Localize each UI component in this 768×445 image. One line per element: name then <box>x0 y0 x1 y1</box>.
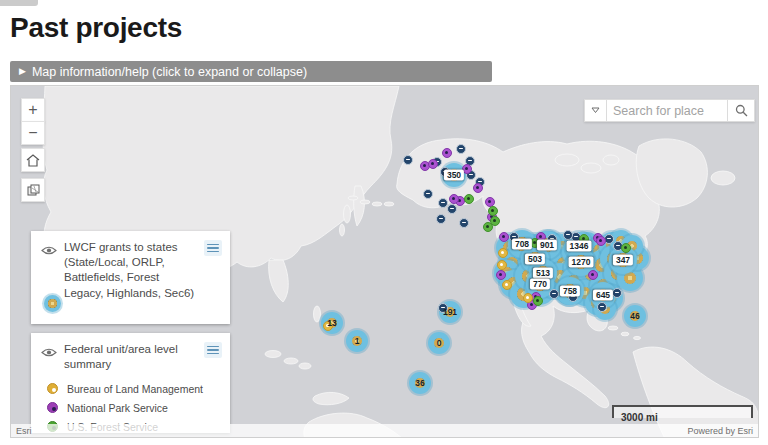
purple-site-marker[interactable] <box>596 236 606 246</box>
layer-menu-icon[interactable] <box>204 342 222 358</box>
layer-visibility-eye-icon[interactable] <box>41 242 58 260</box>
cluster-count-label[interactable]: 347 <box>613 255 633 266</box>
search-button[interactable] <box>728 99 755 122</box>
layer-visibility-eye-icon[interactable] <box>41 344 58 362</box>
search-source-dropdown[interactable] <box>584 99 607 122</box>
cluster-count-label[interactable]: 645 <box>593 290 613 301</box>
home-button[interactable] <box>21 148 45 172</box>
cluster-count-label[interactable]: 1 <box>355 336 360 346</box>
cluster-count-label[interactable]: 36 <box>415 378 424 388</box>
navy-site-marker[interactable] <box>436 214 446 224</box>
scale-bar: 3000 mi <box>612 405 753 418</box>
legend-card-grants: LWCF grants to states (State/Local, ORLP… <box>31 231 230 324</box>
green-site-marker[interactable] <box>533 296 543 306</box>
gold-agency-icon <box>47 383 58 394</box>
green-site-marker[interactable] <box>488 206 498 216</box>
cluster-count-label[interactable]: 1346 <box>567 241 592 252</box>
purple-site-marker[interactable] <box>449 194 459 204</box>
purple-site-marker[interactable] <box>442 148 452 158</box>
scrollbar-artifact <box>0 0 38 6</box>
navy-site-marker[interactable] <box>563 230 573 240</box>
green-site-marker[interactable] <box>621 243 631 253</box>
navy-site-marker[interactable] <box>456 144 466 154</box>
grants-layer-title: LWCF grants to states (State/Local, ORLP… <box>58 240 204 301</box>
yellow-site-marker[interactable] <box>498 248 508 258</box>
basemap-layers-icon <box>27 184 40 197</box>
cluster-count-label[interactable]: 1270 <box>569 257 594 268</box>
purple-site-marker[interactable] <box>473 183 483 193</box>
search-input[interactable] <box>607 99 728 122</box>
navy-site-marker[interactable] <box>423 189 433 199</box>
basemap-button[interactable] <box>21 178 45 202</box>
map-canvas[interactable]: 3507089011346503127034751377075864513103… <box>10 85 759 438</box>
federal-layer-title: Federal unit/area level summary <box>58 342 204 372</box>
cluster-count-label[interactable]: 513 <box>533 268 553 279</box>
legend-item: National Park Service <box>41 398 222 417</box>
search-widget <box>584 99 755 122</box>
cluster-count-label[interactable]: 758 <box>560 286 580 297</box>
purple-agency-icon <box>47 402 58 413</box>
purple-site-marker[interactable] <box>496 270 506 280</box>
purple-site-marker[interactable] <box>428 159 438 169</box>
cluster-symbol-swatch <box>44 295 61 312</box>
cluster-count-label[interactable]: 770 <box>530 279 550 290</box>
legend-card-federal: Federal unit/area level summary Bureau o… <box>31 333 230 433</box>
navy-site-marker[interactable] <box>612 288 622 298</box>
yellow-site-marker[interactable] <box>497 260 507 270</box>
zoom-out-button[interactable]: − <box>21 121 45 145</box>
green-site-marker[interactable] <box>464 194 474 204</box>
navy-site-marker[interactable] <box>447 204 457 214</box>
yellow-site-marker[interactable] <box>523 293 533 303</box>
cluster-count-label[interactable]: 191 <box>443 307 457 317</box>
cluster-count-label[interactable]: 13 <box>327 318 336 328</box>
cluster-count-label[interactable]: 46 <box>630 311 639 321</box>
map-help-toggle[interactable]: ▶ Map information/help (click to expand … <box>10 61 492 82</box>
purple-site-marker[interactable] <box>588 270 598 280</box>
search-icon <box>735 104 748 117</box>
yellow-site-marker[interactable] <box>502 280 512 290</box>
cluster-count-label[interactable]: 708 <box>512 239 532 250</box>
legend-item-label: Bureau of Land Management <box>58 383 203 395</box>
navy-site-marker[interactable] <box>549 289 559 299</box>
layer-menu-icon[interactable] <box>204 240 222 256</box>
cluster-count-label[interactable]: 901 <box>537 240 557 251</box>
green-site-marker[interactable] <box>483 222 493 232</box>
purple-site-marker[interactable] <box>499 232 509 242</box>
legend-item: Bureau of Land Management <box>41 379 222 398</box>
chevron-down-icon <box>591 107 600 114</box>
scale-label: 3000 mi <box>614 412 658 424</box>
navy-site-marker[interactable] <box>597 302 607 312</box>
cluster-count-label[interactable]: 0 <box>437 338 442 348</box>
legend-item-label: National Park Service <box>58 402 168 414</box>
attribution-powered-by: Powered by Esri <box>687 426 753 436</box>
zoom-in-button[interactable]: + <box>21 98 45 122</box>
page-title: Past projects <box>10 12 182 44</box>
cluster-count-label[interactable]: 503 <box>525 254 545 265</box>
navy-site-marker[interactable] <box>459 218 469 228</box>
map-help-label: Map information/help (click to expand or… <box>32 65 307 79</box>
home-icon <box>26 154 40 167</box>
navy-site-marker[interactable] <box>403 155 413 165</box>
attribution-esri: Esri <box>16 426 32 436</box>
cluster-count-label[interactable]: 350 <box>444 170 464 181</box>
expand-arrow-icon: ▶ <box>19 67 26 76</box>
attribution-bar: Esri Powered by Esri <box>11 424 758 437</box>
page: Past projects ▶ Map information/help (cl… <box>0 0 768 445</box>
